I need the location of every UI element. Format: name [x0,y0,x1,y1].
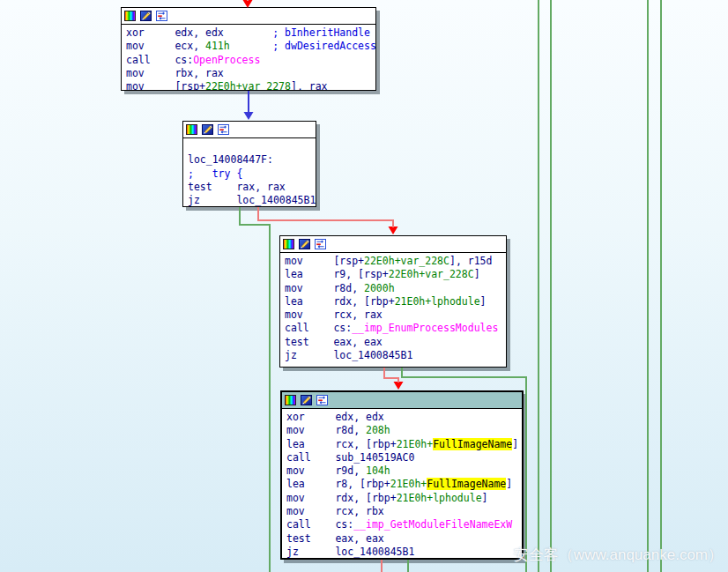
basic-block-test-handle[interactable]: loc_14008447F:; try {test rax, raxjz loc… [182,121,316,207]
code-line: test eax, eax [286,532,522,546]
node-color-icon[interactable] [285,395,296,405]
group-node-icon[interactable] [315,239,326,249]
node-color-icon[interactable] [186,124,197,135]
block-code[interactable]: xor edx, edxmov r8d, 208hlea rcx, [rbp+2… [282,409,522,559]
block-title-bar[interactable] [183,122,316,138]
group-node-icon[interactable] [316,395,328,405]
code-line: jz loc_1400845B1 [188,194,316,207]
edit-comment-icon[interactable] [299,239,310,249]
basic-block-getmodulefilename[interactable]: xor edx, edxmov r8d, 208hlea rcx, [rbp+2… [280,390,524,560]
code-line: loc_14008447F: [188,153,316,167]
block-title-bar[interactable] [280,236,506,253]
code-line: test rax, rax [188,181,316,194]
code-line: mov rcx, rbx [286,505,522,518]
code-line: jz loc_1400845B1 [286,546,522,559]
graph-view[interactable]: xor edx, edx ; bInheritHandlemov ecx, 41… [0,0,728,572]
code-line: call cs:__imp_EnumProcessModules [285,322,506,335]
code-line: mov rdx, [rbp+21E0h+lphodule] [286,492,522,505]
group-node-icon[interactable] [218,124,229,135]
code-line: lea rdx, [rbp+21E0h+lphodule] [285,295,506,308]
code-line: xor edx, edx ; bInheritHandle [126,26,375,40]
code-line: lea r9, [rsp+22E0h+var_228C] [285,268,506,281]
node-color-icon[interactable] [283,239,294,249]
code-line: mov r8d, 208h [286,424,522,437]
block-code[interactable]: mov [rsp+22E0h+var_228C], r15dlea r9, [r… [280,253,506,362]
group-node-icon[interactable] [156,11,167,21]
code-line: jz loc_1400845B1 [285,349,506,362]
code-line: lea rcx, [rbp+21E0h+FullImageName] [286,438,522,451]
code-line: xor edx, edx [286,411,522,424]
code-line: call sub_140519AC0 [286,451,522,464]
watermark: 安全客（www.anquanke.com） [514,545,723,565]
code-line: mov rcx, rax [285,308,506,322]
edit-comment-icon[interactable] [301,395,312,405]
code-line: lea r8, [rbp+21E0h+FullImageName] [286,478,522,491]
code-line: call cs:OpenProcess [126,54,375,67]
basic-block-openprocess[interactable]: xor edx, edx ; bInheritHandlemov ecx, 41… [121,7,376,91]
edge-b2-fallthrough [258,207,398,234]
block-code[interactable]: loc_14008447F:; try {test rax, raxjz loc… [183,138,316,207]
edit-comment-icon[interactable] [202,124,213,135]
code-line: mov r9d, 104h [286,464,522,478]
edit-comment-icon[interactable] [140,11,152,21]
code-line: mov ecx, 411h ; dwDesiredAccess [126,40,375,53]
code-line [188,140,316,153]
code-line: mov r8d, 2000h [285,282,506,295]
code-line: mov [rsp+22E0h+var_2278], rax [126,80,375,91]
edge-b1-b2-flow [244,91,254,120]
block-code[interactable]: xor edx, edx ; bInheritHandlemov ecx, 41… [122,25,375,91]
block-title-bar[interactable] [282,392,522,409]
code-line: mov [rsp+22E0h+var_228C], r15d [285,255,506,268]
edge-b3-fallthrough [384,368,404,390]
code-line: call cs:__imp_GetModuleFileNameExW [286,518,522,531]
code-line: mov rbx, rax [126,67,375,80]
code-line: test eax, eax [285,336,506,349]
edge-b2-jz-taken [240,207,270,572]
node-color-icon[interactable] [124,11,136,21]
code-line: ; try { [188,167,316,181]
basic-block-enumprocessmodules[interactable]: mov [rsp+22E0h+var_228C], r15dlea r9, [r… [279,235,507,368]
block-title-bar[interactable] [122,8,375,25]
